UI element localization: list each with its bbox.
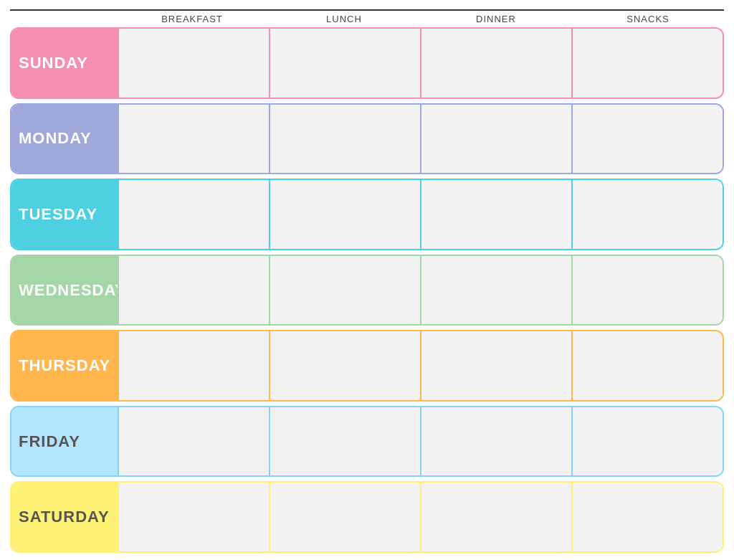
cell-tuesday-lunch[interactable] [269, 180, 420, 249]
cell-saturday-snacks[interactable] [571, 483, 723, 551]
cell-friday-dinner[interactable] [420, 407, 571, 476]
cells-saturday [118, 483, 723, 551]
day-row-sunday: Sunday [10, 27, 724, 99]
cell-thursday-lunch[interactable] [269, 331, 420, 400]
cell-wednesday-breakfast[interactable] [118, 256, 269, 325]
cell-monday-dinner[interactable] [420, 105, 571, 174]
cell-monday-snacks[interactable] [571, 105, 723, 174]
cell-friday-snacks[interactable] [571, 407, 723, 476]
day-label-thursday: Thursday [11, 331, 118, 400]
cell-saturday-lunch[interactable] [269, 483, 420, 551]
day-row-wednesday: Wednesday [10, 255, 724, 326]
cell-saturday-breakfast[interactable] [118, 483, 269, 551]
day-label-friday: Friday [11, 407, 118, 476]
cells-friday [118, 407, 723, 476]
day-row-thursday: Thursday [10, 330, 724, 402]
cell-sunday-snacks[interactable] [571, 29, 723, 98]
cell-wednesday-lunch[interactable] [269, 256, 420, 325]
col-header-snacks: Snacks [572, 14, 724, 24]
cell-saturday-dinner[interactable] [420, 483, 571, 551]
cell-sunday-breakfast[interactable] [118, 29, 269, 98]
cells-monday [118, 105, 723, 174]
header [10, 7, 724, 11]
cell-sunday-dinner[interactable] [420, 29, 571, 98]
cell-monday-breakfast[interactable] [118, 105, 269, 174]
cell-wednesday-dinner[interactable] [420, 256, 571, 325]
cell-tuesday-dinner[interactable] [420, 180, 571, 249]
cells-tuesday [118, 180, 723, 249]
cells-sunday [118, 29, 723, 98]
day-row-saturday: Saturday [10, 481, 724, 553]
column-headers: BreakfastLunchDinnerSnacks [116, 14, 724, 24]
col-header-breakfast: Breakfast [116, 14, 268, 24]
day-label-tuesday: Tuesday [11, 180, 118, 249]
day-label-wednesday: Wednesday [11, 256, 118, 325]
cells-wednesday [118, 256, 723, 325]
cell-sunday-lunch[interactable] [269, 29, 420, 98]
cell-monday-lunch[interactable] [269, 105, 420, 174]
cells-thursday [118, 331, 723, 400]
cell-friday-breakfast[interactable] [118, 407, 269, 476]
cell-thursday-breakfast[interactable] [118, 331, 269, 400]
col-header-lunch: Lunch [268, 14, 420, 24]
day-label-sunday: Sunday [11, 29, 118, 98]
cell-friday-lunch[interactable] [269, 407, 420, 476]
col-header-dinner: Dinner [420, 14, 572, 24]
day-row-monday: Monday [10, 103, 724, 175]
day-label-saturday: Saturday [11, 483, 118, 551]
rows-container: SundayMondayTuesdayWednesdayThursdayFrid… [10, 27, 724, 553]
cell-thursday-snacks[interactable] [571, 331, 723, 400]
cell-wednesday-snacks[interactable] [571, 256, 723, 325]
page: BreakfastLunchDinnerSnacks SundayMondayT… [0, 0, 734, 560]
cell-tuesday-snacks[interactable] [571, 180, 723, 249]
day-row-tuesday: Tuesday [10, 179, 724, 250]
day-row-friday: Friday [10, 406, 724, 478]
cell-thursday-dinner[interactable] [420, 331, 571, 400]
day-label-monday: Monday [11, 105, 118, 174]
cell-tuesday-breakfast[interactable] [118, 180, 269, 249]
